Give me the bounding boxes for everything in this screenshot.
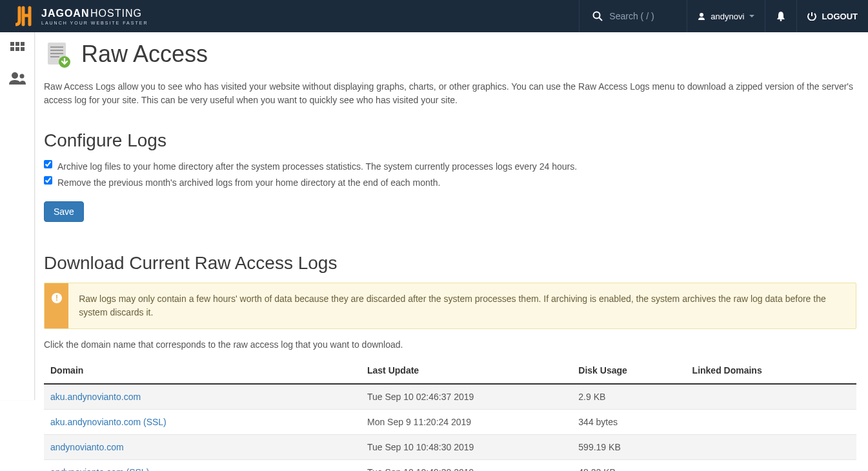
svg-rect-19: [50, 56, 59, 57]
table-row: andynovianto.comTue Sep 10 10:48:30 2019…: [44, 435, 856, 460]
archive-checkbox[interactable]: [44, 160, 52, 168]
cell-linked: [686, 435, 856, 460]
svg-point-3: [594, 12, 600, 19]
search-box[interactable]: [579, 0, 687, 32]
search-input[interactable]: [609, 11, 674, 21]
cell-last-update: Tue Sep 10 10:49:30 2019: [361, 460, 572, 472]
cell-linked: [686, 384, 856, 410]
left-rail: [0, 32, 35, 400]
cell-last-update: Tue Sep 10 02:46:37 2019: [361, 384, 572, 410]
alert-icon: !: [45, 283, 68, 328]
svg-rect-9: [21, 42, 25, 46]
svg-rect-8: [15, 42, 19, 46]
svg-rect-11: [15, 47, 19, 51]
svg-text:LAUNCH YOUR WEBSITE FASTER: LAUNCH YOUR WEBSITE FASTER: [41, 21, 148, 25]
svg-point-14: [19, 74, 24, 79]
users-icon[interactable]: [8, 72, 26, 86]
logs-table: Domain Last Update Disk Usage Linked Dom…: [44, 357, 856, 471]
page-title: Raw Access: [81, 41, 208, 68]
table-row: aku.andynovianto.com (SSL)Mon Sep 9 11:2…: [44, 410, 856, 435]
search-icon: [592, 11, 603, 21]
svg-rect-12: [21, 47, 25, 51]
svg-rect-10: [10, 47, 14, 51]
logout-label: LOGOUT: [822, 12, 858, 21]
notifications-button[interactable]: [765, 0, 796, 32]
col-disk-usage: Disk Usage: [572, 357, 685, 384]
user-menu[interactable]: andynovi: [687, 0, 765, 32]
svg-rect-7: [10, 42, 14, 46]
col-last-update: Last Update: [361, 357, 572, 384]
svg-rect-17: [50, 50, 63, 51]
domain-link[interactable]: aku.andynovianto.com: [50, 392, 141, 402]
table-row: andynovianto.com (SSL)Tue Sep 10 10:49:3…: [44, 460, 856, 472]
chevron-down-icon: [749, 15, 754, 17]
logout-icon: [807, 12, 816, 21]
archive-label: Archive log files to your home directory…: [57, 160, 577, 174]
topbar: JAGOAN HOSTING LAUNCH YOUR WEBSITE FASTE…: [0, 0, 868, 32]
svg-line-4: [600, 18, 603, 21]
svg-point-5: [700, 13, 703, 17]
svg-point-6: [780, 19, 782, 21]
domain-link[interactable]: andynovianto.com: [50, 442, 124, 452]
svg-text:HOSTING: HOSTING: [90, 8, 142, 19]
svg-text:!: !: [56, 294, 58, 303]
brand-logo[interactable]: JAGOAN HOSTING LAUNCH YOUR WEBSITE FASTE…: [0, 0, 179, 32]
svg-rect-16: [50, 46, 63, 48]
col-linked: Linked Domains: [686, 357, 856, 384]
remove-checkbox[interactable]: [44, 176, 52, 185]
download-hint: Click the domain name that corresponds t…: [44, 339, 856, 350]
cell-disk-usage: 48.22 KB: [572, 460, 685, 472]
bell-icon: [776, 11, 786, 21]
alert-text: Raw logs may only contain a few hours' w…: [68, 283, 856, 328]
user-icon: [698, 12, 705, 20]
cell-linked: [686, 410, 856, 435]
cell-disk-usage: 344 bytes: [572, 410, 685, 435]
main-content: Raw Access Raw Access Logs allow you to …: [35, 32, 868, 471]
configure-heading: Configure Logs: [44, 130, 856, 151]
page-intro: Raw Access Logs allow you to see who has…: [44, 80, 856, 107]
apps-grid-icon[interactable]: [10, 41, 25, 59]
col-domain: Domain: [44, 357, 361, 384]
domain-link[interactable]: andynovianto.com (SSL): [50, 467, 149, 471]
svg-text:JAGOAN: JAGOAN: [41, 8, 89, 19]
svg-point-13: [12, 72, 18, 79]
cell-last-update: Tue Sep 10 10:48:30 2019: [361, 435, 572, 460]
cell-disk-usage: 599.19 KB: [572, 435, 685, 460]
svg-rect-18: [50, 53, 63, 54]
remove-label: Remove the previous month's archived log…: [57, 176, 440, 190]
download-heading: Download Current Raw Access Logs: [44, 253, 856, 274]
domain-link[interactable]: aku.andynovianto.com (SSL): [50, 417, 167, 427]
save-button[interactable]: Save: [44, 201, 84, 222]
table-row: aku.andynovianto.comTue Sep 10 02:46:37 …: [44, 384, 856, 410]
alert-box: ! Raw logs may only contain a few hours'…: [44, 283, 856, 329]
cell-linked: [686, 460, 856, 472]
cell-last-update: Mon Sep 9 11:20:24 2019: [361, 410, 572, 435]
username-label: andynovi: [711, 12, 744, 21]
logout-button[interactable]: LOGOUT: [796, 0, 868, 32]
raw-access-icon: [44, 40, 72, 68]
cell-disk-usage: 2.9 KB: [572, 384, 685, 410]
